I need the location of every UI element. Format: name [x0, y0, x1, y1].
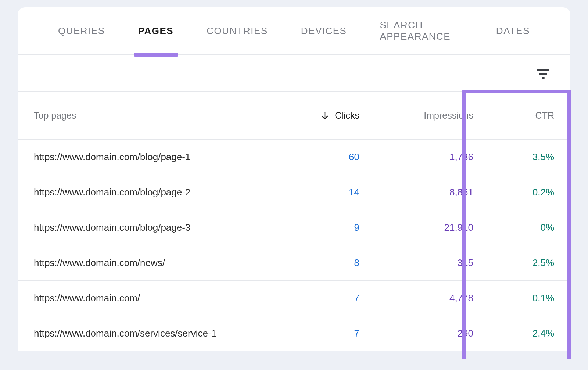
tab-search-appearance[interactable]: SEARCH APPEARANCE [380, 7, 463, 54]
tab-pages[interactable]: PAGES [138, 7, 174, 54]
col-clicks[interactable]: Clicks [279, 110, 359, 121]
table-row[interactable]: https://www.domain.com/news/83152.5% [18, 245, 570, 281]
table-row[interactable]: https://www.domain.com/blog/page-1601,73… [18, 140, 570, 175]
cell-impressions: 4,778 [359, 292, 473, 304]
cell-page: https://www.domain.com/blog/page-3 [34, 222, 279, 233]
table-row[interactable]: https://www.domain.com/blog/page-2148,86… [18, 175, 570, 210]
cell-clicks: 9 [279, 222, 359, 233]
tab-dates[interactable]: DATES [496, 7, 530, 54]
cell-page: https://www.domain.com/services/service-… [34, 328, 279, 339]
cell-ctr: 2.5% [473, 257, 554, 269]
cell-clicks: 7 [279, 292, 359, 304]
cell-impressions: 290 [359, 328, 473, 339]
cell-clicks: 60 [279, 151, 359, 163]
svg-rect-2 [542, 77, 544, 79]
cell-impressions: 8,861 [359, 187, 473, 198]
tab-queries[interactable]: QUERIES [58, 7, 105, 54]
svg-rect-1 [539, 73, 547, 75]
cell-ctr: 0.2% [473, 187, 554, 198]
cell-clicks: 14 [279, 187, 359, 198]
col-impressions[interactable]: Impressions [359, 110, 473, 121]
filter-icon[interactable] [535, 65, 551, 82]
cell-page: https://www.domain.com/blog/page-2 [34, 187, 279, 198]
tabs-bar: QUERIES PAGES COUNTRIES DEVICES SEARCH A… [18, 7, 570, 55]
col-pages[interactable]: Top pages [34, 110, 279, 121]
cell-ctr: 0% [473, 222, 554, 233]
table-body: https://www.domain.com/blog/page-1601,73… [18, 140, 570, 351]
cell-impressions: 21,910 [359, 222, 473, 233]
table-row[interactable]: https://www.domain.com/blog/page-3921,91… [18, 210, 570, 245]
tab-devices[interactable]: DEVICES [301, 7, 347, 54]
col-clicks-label: Clicks [335, 110, 359, 121]
cell-clicks: 7 [279, 328, 359, 339]
table-row[interactable]: https://www.domain.com/74,7780.1% [18, 281, 570, 316]
cell-impressions: 315 [359, 257, 473, 269]
cell-impressions: 1,736 [359, 151, 473, 163]
cell-ctr: 2.4% [473, 328, 554, 339]
table-row[interactable]: https://www.domain.com/services/service-… [18, 316, 570, 351]
table-header: Top pages Clicks Impressions CTR [18, 92, 570, 140]
cell-page: https://www.domain.com/ [34, 292, 279, 304]
svg-rect-0 [537, 69, 549, 71]
cell-ctr: 3.5% [473, 151, 554, 163]
filter-row [18, 55, 570, 92]
cell-page: https://www.domain.com/blog/page-1 [34, 151, 279, 163]
col-ctr[interactable]: CTR [473, 110, 554, 121]
cell-page: https://www.domain.com/news/ [34, 257, 279, 269]
sort-arrow-down-icon [320, 111, 330, 121]
cell-clicks: 8 [279, 257, 359, 269]
cell-ctr: 0.1% [473, 292, 554, 304]
performance-card: QUERIES PAGES COUNTRIES DEVICES SEARCH A… [18, 7, 570, 351]
tab-countries[interactable]: COUNTRIES [207, 7, 268, 54]
